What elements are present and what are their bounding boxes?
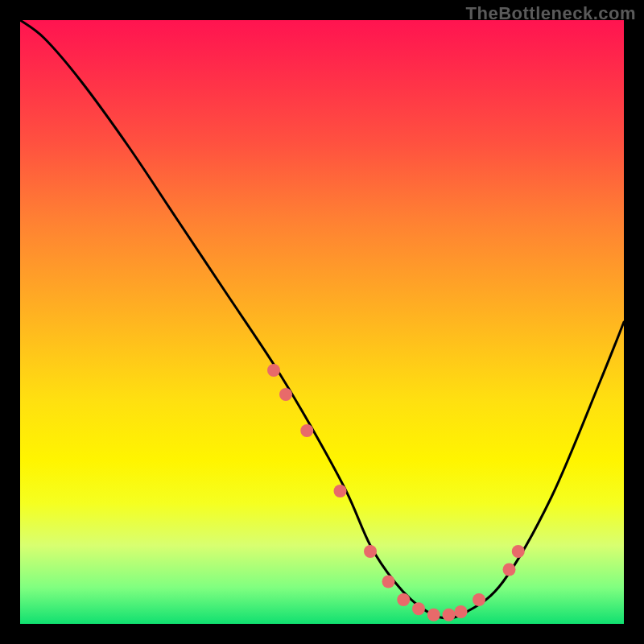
chart-frame: TheBottleneck.com <box>0 0 644 644</box>
highlight-point <box>334 485 347 497</box>
highlight-point <box>412 602 425 615</box>
highlight-point <box>382 576 395 588</box>
highlight-point <box>512 545 525 558</box>
curve-layer <box>20 20 624 624</box>
bottleneck-curve <box>20 20 624 618</box>
highlight-point <box>397 593 410 606</box>
highlight-point <box>267 364 280 377</box>
highlight-point <box>443 609 456 621</box>
plot-area <box>20 20 624 624</box>
highlight-point <box>473 593 485 606</box>
highlight-point <box>279 388 292 401</box>
highlight-point <box>427 609 440 621</box>
attribution-text: TheBottleneck.com <box>466 3 636 24</box>
highlight-point <box>364 545 377 558</box>
highlight-point <box>300 424 313 437</box>
highlight-point <box>455 605 468 618</box>
highlight-point <box>503 564 516 576</box>
